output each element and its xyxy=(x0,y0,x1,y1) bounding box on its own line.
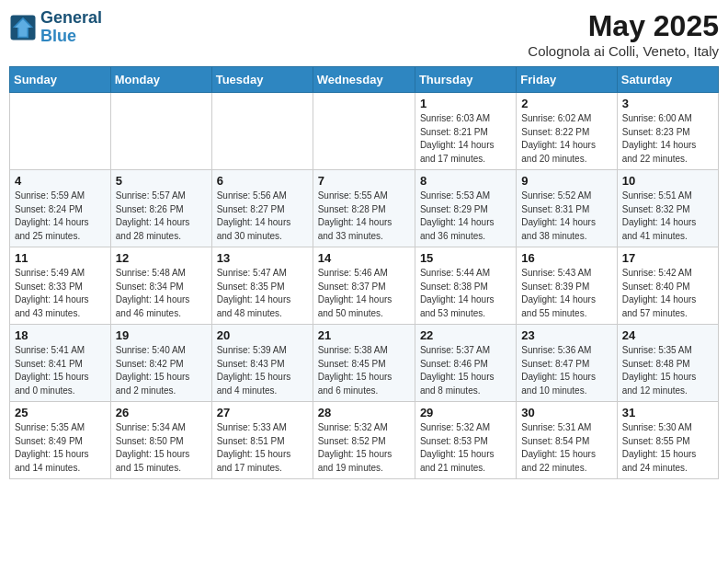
calendar-cell: 19Sunrise: 5:40 AM Sunset: 8:42 PM Dayli… xyxy=(110,325,211,402)
day-info: Sunrise: 6:03 AM Sunset: 8:21 PM Dayligh… xyxy=(420,112,511,166)
location-subtitle: Colognola ai Colli, Veneto, Italy xyxy=(528,43,719,59)
day-header-sunday: Sunday xyxy=(10,67,111,93)
day-info: Sunrise: 5:36 AM Sunset: 8:47 PM Dayligh… xyxy=(521,344,611,397)
day-number: 8 xyxy=(420,174,511,188)
day-info: Sunrise: 5:39 AM Sunset: 8:43 PM Dayligh… xyxy=(217,344,308,397)
calendar-cell: 21Sunrise: 5:38 AM Sunset: 8:45 PM Dayli… xyxy=(313,325,415,402)
day-number: 2 xyxy=(521,97,611,110)
calendar-week-5: 25Sunrise: 5:35 AM Sunset: 8:49 PM Dayli… xyxy=(10,402,719,479)
day-info: Sunrise: 6:00 AM Sunset: 8:23 PM Dayligh… xyxy=(622,112,713,166)
day-header-row: SundayMondayTuesdayWednesdayThursdayFrid… xyxy=(10,67,719,93)
day-number: 7 xyxy=(318,174,410,188)
day-number: 10 xyxy=(622,174,713,188)
day-number: 27 xyxy=(217,406,308,419)
calendar-cell: 12Sunrise: 5:48 AM Sunset: 8:34 PM Dayli… xyxy=(110,247,211,325)
calendar-cell: 22Sunrise: 5:37 AM Sunset: 8:46 PM Dayli… xyxy=(415,325,516,402)
day-number: 14 xyxy=(318,251,410,265)
day-number: 4 xyxy=(15,174,106,188)
calendar-cell: 13Sunrise: 5:47 AM Sunset: 8:35 PM Dayli… xyxy=(211,247,313,325)
day-info: Sunrise: 5:47 AM Sunset: 8:35 PM Dayligh… xyxy=(217,267,308,320)
calendar-cell: 17Sunrise: 5:42 AM Sunset: 8:40 PM Dayli… xyxy=(617,247,718,325)
page-header: General Blue May 2025 Colognola ai Colli… xyxy=(9,9,719,59)
day-number: 19 xyxy=(116,328,207,342)
day-info: Sunrise: 5:53 AM Sunset: 8:29 PM Dayligh… xyxy=(420,190,511,243)
day-info: Sunrise: 5:49 AM Sunset: 8:33 PM Dayligh… xyxy=(15,267,106,320)
calendar-cell: 15Sunrise: 5:44 AM Sunset: 8:38 PM Dayli… xyxy=(415,247,516,325)
day-number: 28 xyxy=(318,406,410,419)
calendar-cell: 27Sunrise: 5:33 AM Sunset: 8:51 PM Dayli… xyxy=(211,402,313,479)
logo-line2: Blue xyxy=(40,28,102,46)
calendar-cell: 7Sunrise: 5:55 AM Sunset: 8:28 PM Daylig… xyxy=(313,170,415,247)
calendar-week-4: 18Sunrise: 5:41 AM Sunset: 8:41 PM Dayli… xyxy=(10,325,719,402)
day-info: Sunrise: 5:32 AM Sunset: 8:53 PM Dayligh… xyxy=(420,421,511,475)
calendar-week-2: 4Sunrise: 5:59 AM Sunset: 8:24 PM Daylig… xyxy=(10,170,719,247)
day-number: 17 xyxy=(622,251,713,265)
day-number: 25 xyxy=(15,406,106,419)
day-header-friday: Friday xyxy=(517,67,617,93)
day-number: 15 xyxy=(420,251,511,265)
calendar-cell: 8Sunrise: 5:53 AM Sunset: 8:29 PM Daylig… xyxy=(415,170,516,247)
calendar-table: SundayMondayTuesdayWednesdayThursdayFrid… xyxy=(9,66,719,479)
day-info: Sunrise: 5:35 AM Sunset: 8:49 PM Dayligh… xyxy=(15,421,106,475)
day-info: Sunrise: 5:56 AM Sunset: 8:27 PM Dayligh… xyxy=(217,190,308,243)
day-header-saturday: Saturday xyxy=(617,67,718,93)
calendar-cell: 10Sunrise: 5:51 AM Sunset: 8:32 PM Dayli… xyxy=(617,170,718,247)
day-number: 24 xyxy=(622,328,713,342)
calendar-cell: 5Sunrise: 5:57 AM Sunset: 8:26 PM Daylig… xyxy=(110,170,211,247)
day-number: 21 xyxy=(318,328,410,342)
day-info: Sunrise: 5:40 AM Sunset: 8:42 PM Dayligh… xyxy=(116,344,207,397)
calendar-cell: 4Sunrise: 5:59 AM Sunset: 8:24 PM Daylig… xyxy=(10,170,111,247)
day-header-thursday: Thursday xyxy=(415,67,516,93)
calendar-week-1: 1Sunrise: 6:03 AM Sunset: 8:21 PM Daylig… xyxy=(10,93,719,170)
day-info: Sunrise: 6:02 AM Sunset: 8:22 PM Dayligh… xyxy=(521,112,611,166)
day-number: 22 xyxy=(420,328,511,342)
day-number: 30 xyxy=(521,406,611,419)
day-header-tuesday: Tuesday xyxy=(211,67,313,93)
calendar-cell xyxy=(211,93,313,170)
day-info: Sunrise: 5:33 AM Sunset: 8:51 PM Dayligh… xyxy=(217,421,308,475)
calendar-cell: 23Sunrise: 5:36 AM Sunset: 8:47 PM Dayli… xyxy=(517,325,617,402)
calendar-cell: 28Sunrise: 5:32 AM Sunset: 8:52 PM Dayli… xyxy=(313,402,415,479)
day-info: Sunrise: 5:37 AM Sunset: 8:46 PM Dayligh… xyxy=(420,344,511,397)
day-info: Sunrise: 5:52 AM Sunset: 8:31 PM Dayligh… xyxy=(521,190,611,243)
day-info: Sunrise: 5:46 AM Sunset: 8:37 PM Dayligh… xyxy=(318,267,410,320)
day-info: Sunrise: 5:51 AM Sunset: 8:32 PM Dayligh… xyxy=(622,190,713,243)
day-number: 5 xyxy=(116,174,207,188)
calendar-cell: 30Sunrise: 5:31 AM Sunset: 8:54 PM Dayli… xyxy=(517,402,617,479)
calendar-cell: 29Sunrise: 5:32 AM Sunset: 8:53 PM Dayli… xyxy=(415,402,516,479)
day-info: Sunrise: 5:34 AM Sunset: 8:50 PM Dayligh… xyxy=(116,421,207,475)
day-number: 26 xyxy=(116,406,207,419)
logo-text: General Blue xyxy=(40,9,102,46)
day-info: Sunrise: 5:41 AM Sunset: 8:41 PM Dayligh… xyxy=(15,344,106,397)
calendar-cell: 14Sunrise: 5:46 AM Sunset: 8:37 PM Dayli… xyxy=(313,247,415,325)
calendar-cell: 3Sunrise: 6:00 AM Sunset: 8:23 PM Daylig… xyxy=(617,93,718,170)
day-number: 20 xyxy=(217,328,308,342)
title-block: May 2025 Colognola ai Colli, Veneto, Ita… xyxy=(528,9,719,59)
day-info: Sunrise: 5:43 AM Sunset: 8:39 PM Dayligh… xyxy=(521,267,611,320)
calendar-cell: 20Sunrise: 5:39 AM Sunset: 8:43 PM Dayli… xyxy=(211,325,313,402)
day-number: 13 xyxy=(217,251,308,265)
calendar-cell: 16Sunrise: 5:43 AM Sunset: 8:39 PM Dayli… xyxy=(517,247,617,325)
logo: General Blue xyxy=(9,9,102,46)
calendar-cell: 26Sunrise: 5:34 AM Sunset: 8:50 PM Dayli… xyxy=(110,402,211,479)
day-number: 31 xyxy=(622,406,713,419)
day-info: Sunrise: 5:35 AM Sunset: 8:48 PM Dayligh… xyxy=(622,344,713,397)
day-header-wednesday: Wednesday xyxy=(313,67,415,93)
calendar-cell: 18Sunrise: 5:41 AM Sunset: 8:41 PM Dayli… xyxy=(10,325,111,402)
day-info: Sunrise: 5:48 AM Sunset: 8:34 PM Dayligh… xyxy=(116,267,207,320)
calendar-cell: 9Sunrise: 5:52 AM Sunset: 8:31 PM Daylig… xyxy=(517,170,617,247)
day-info: Sunrise: 5:57 AM Sunset: 8:26 PM Dayligh… xyxy=(116,190,207,243)
day-number: 18 xyxy=(15,328,106,342)
logo-icon xyxy=(9,14,37,41)
day-info: Sunrise: 5:32 AM Sunset: 8:52 PM Dayligh… xyxy=(318,421,410,475)
day-info: Sunrise: 5:31 AM Sunset: 8:54 PM Dayligh… xyxy=(521,421,611,475)
day-info: Sunrise: 5:38 AM Sunset: 8:45 PM Dayligh… xyxy=(318,344,410,397)
calendar-cell xyxy=(10,93,111,170)
calendar-cell xyxy=(313,93,415,170)
day-number: 12 xyxy=(116,251,207,265)
day-number: 9 xyxy=(521,174,611,188)
day-number: 16 xyxy=(521,251,611,265)
day-info: Sunrise: 5:59 AM Sunset: 8:24 PM Dayligh… xyxy=(15,190,106,243)
day-info: Sunrise: 5:30 AM Sunset: 8:55 PM Dayligh… xyxy=(622,421,713,475)
day-info: Sunrise: 5:55 AM Sunset: 8:28 PM Dayligh… xyxy=(318,190,410,243)
